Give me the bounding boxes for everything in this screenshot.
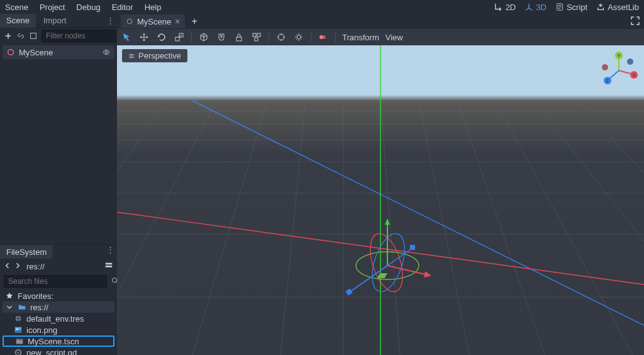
rotate-tool[interactable]: [156, 31, 167, 43]
chevron-right-icon: [14, 262, 21, 269]
svg-line-48: [192, 101, 644, 325]
transform-menu[interactable]: Transform: [342, 33, 379, 42]
fs-file-label: default_env.tres: [26, 314, 84, 324]
spatial-node-icon: [126, 18, 133, 25]
perspective-button[interactable]: Perspective: [122, 49, 187, 62]
hamburger-icon: [128, 53, 135, 59]
svg-point-50: [356, 252, 419, 279]
close-tab-button[interactable]: ×: [175, 16, 180, 26]
attach-script-button[interactable]: [29, 31, 38, 41]
svg-line-46: [576, 99, 644, 355]
fs-forward-button[interactable]: [14, 262, 21, 271]
mode-2d-button[interactable]: 2D: [494, 3, 516, 12]
camera-icon: [276, 32, 286, 42]
svg-rect-60: [410, 245, 415, 250]
svg-point-69: [627, 59, 633, 65]
lock-tool[interactable]: [233, 31, 245, 43]
add-node-button[interactable]: [4, 31, 13, 41]
svg-point-16: [18, 352, 19, 354]
svg-marker-54: [385, 218, 390, 225]
add-tab-button[interactable]: +: [189, 16, 199, 27]
local-toggle[interactable]: [198, 31, 209, 43]
view-menu[interactable]: View: [386, 33, 403, 42]
fs-favorites[interactable]: Favorites:: [3, 290, 114, 301]
svg-point-17: [127, 19, 132, 24]
menu-help[interactable]: Help: [145, 3, 162, 12]
svg-rect-21: [253, 33, 256, 37]
svg-rect-6: [106, 266, 113, 268]
cursor-icon: [121, 32, 131, 42]
env-file-icon: [14, 314, 23, 323]
menu-project[interactable]: Project: [40, 3, 65, 12]
svg-point-51: [366, 230, 411, 296]
menu-scene[interactable]: Scene: [5, 3, 28, 12]
svg-rect-5: [106, 262, 113, 264]
svg-marker-56: [424, 271, 431, 278]
menu-debug[interactable]: Debug: [76, 3, 100, 12]
tab-import[interactable]: Import: [37, 14, 73, 28]
svg-line-41: [380, 99, 400, 355]
scene-file-icon: [15, 337, 24, 346]
scene-root-node[interactable]: MyScene: [3, 45, 114, 59]
scale-tool[interactable]: [174, 31, 185, 43]
mode-2d-icon: [494, 3, 503, 11]
fs-res-root[interactable]: res://: [3, 301, 114, 313]
script-small-icon: [29, 31, 38, 40]
select-tool[interactable]: [121, 31, 132, 43]
sun-icon: [294, 32, 304, 42]
chevron-left-icon: [4, 262, 11, 269]
fs-file-default-env[interactable]: default_env.tres: [3, 313, 114, 324]
mode-assetlib-button[interactable]: AssetLib: [596, 3, 639, 12]
rotate-icon: [157, 32, 167, 42]
fs-search-input[interactable]: [4, 275, 107, 288]
editor-tab-label: MyScene: [137, 17, 171, 26]
group-tool[interactable]: [251, 31, 262, 43]
camera-override-tool[interactable]: [275, 31, 287, 43]
scene-root-label: MyScene: [19, 48, 53, 57]
axis-x-label: X: [633, 73, 636, 77]
expand-icon: [630, 16, 640, 26]
list-view-icon: [104, 261, 113, 270]
chevron-down-icon[interactable]: [5, 303, 14, 312]
snap-toggle[interactable]: [216, 31, 227, 43]
animation-tool[interactable]: [318, 31, 329, 43]
svg-rect-23: [255, 38, 258, 41]
fs-file-icon-png[interactable]: icon.png: [3, 324, 114, 335]
expand-viewport-button[interactable]: [630, 16, 640, 28]
editor-scene-tab[interactable]: MyScene ×: [121, 14, 185, 28]
fs-view-mode-button[interactable]: [104, 261, 113, 272]
fs-file-myscene[interactable]: MyScene.tscn: [3, 335, 114, 347]
instance-scene-button[interactable]: [16, 31, 25, 41]
3d-viewport[interactable]: Perspective: [117, 45, 644, 355]
fs-res-label: res://: [30, 303, 48, 312]
visibility-icon[interactable]: [102, 48, 111, 57]
preview-sun-tool[interactable]: [293, 31, 304, 43]
fs-back-button[interactable]: [4, 262, 11, 271]
fs-dock-more-icon[interactable]: ⋮: [104, 245, 117, 259]
svg-line-44: [494, 99, 633, 355]
gear-icon: [14, 348, 23, 355]
svg-point-4: [105, 51, 108, 54]
scale-icon: [174, 32, 184, 42]
mode-script-label: Script: [567, 3, 587, 12]
axis-gizmo[interactable]: Y X Z: [600, 52, 638, 89]
svg-rect-18: [175, 37, 179, 41]
move-tool[interactable]: [138, 31, 150, 43]
dock-more-icon[interactable]: ⋮: [104, 16, 117, 25]
tab-filesystem[interactable]: FileSystem: [0, 245, 53, 259]
svg-rect-61: [377, 273, 387, 278]
cube-icon: [199, 32, 209, 42]
anim-icon: [318, 32, 328, 42]
fs-file-new-script[interactable]: new_script.gd: [3, 347, 114, 355]
group-icon: [252, 32, 262, 42]
menu-editor[interactable]: Editor: [112, 3, 133, 12]
fs-path-field[interactable]: res://: [24, 262, 102, 271]
image-file-icon: [14, 325, 23, 334]
svg-line-57: [350, 266, 387, 292]
tab-scene[interactable]: Scene: [0, 14, 36, 28]
fs-file-label: icon.png: [26, 325, 57, 335]
svg-line-37: [117, 99, 218, 355]
mode-script-button[interactable]: Script: [555, 3, 587, 12]
mode-3d-button[interactable]: 3D: [525, 3, 547, 12]
svg-rect-1: [31, 33, 36, 39]
